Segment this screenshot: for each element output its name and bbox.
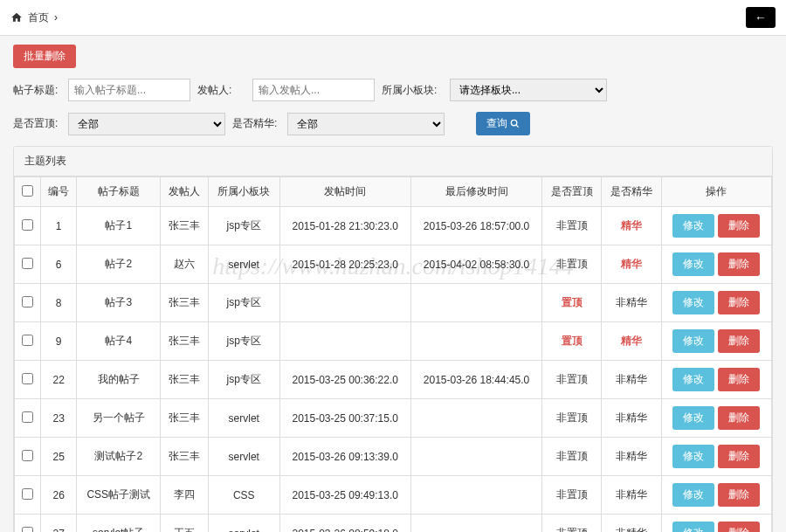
cell-title: 帖子1	[77, 207, 161, 245]
cell-top: 非置顶	[542, 361, 602, 399]
cell-title: 另一个帖子	[77, 399, 161, 438]
cell-id: 22	[41, 361, 77, 399]
table-row: 8 帖子3 张三丰 jsp专区 置顶 非精华 修改 删除	[15, 284, 772, 322]
cell-title: 我的帖子	[77, 361, 161, 399]
cell-post-time: 2015-03-26 09:13:39.0	[279, 438, 410, 476]
row-checkbox[interactable]	[22, 488, 33, 500]
delete-button[interactable]: 删除	[718, 214, 760, 238]
cell-top: 非置顶	[542, 245, 602, 284]
row-checkbox[interactable]	[22, 219, 33, 231]
cell-board: jsp专区	[208, 284, 279, 322]
delete-button[interactable]: 删除	[718, 291, 760, 314]
table-row: 25 测试帖子2 张三丰 servlet 2015-03-26 09:13:39…	[15, 438, 772, 476]
cell-modify-time: 2015-03-26 18:57:00.0	[410, 207, 541, 245]
cell-modify-time: 2015-03-26 18:44:45.0	[410, 361, 541, 399]
col-modify-time: 最后修改时间	[410, 177, 541, 207]
home-icon	[10, 11, 23, 24]
delete-button[interactable]: 删除	[718, 329, 760, 353]
batch-delete-button[interactable]: 批量删除	[13, 45, 76, 68]
row-checkbox[interactable]	[22, 411, 33, 423]
cell-title: 帖子3	[77, 284, 161, 322]
cell-poster: 张三丰	[161, 399, 209, 438]
edit-button[interactable]: 修改	[672, 291, 714, 314]
cell-poster: 李四	[161, 476, 209, 515]
cell-post-time	[279, 322, 410, 361]
edit-button[interactable]: 修改	[672, 368, 714, 391]
cell-poster: 张三丰	[161, 207, 209, 245]
filter-top-label: 是否置顶:	[13, 116, 61, 131]
edit-button[interactable]: 修改	[672, 522, 714, 532]
col-ops: 操作	[661, 177, 771, 207]
edit-button[interactable]: 修改	[672, 252, 714, 276]
breadcrumb-home-link[interactable]: 首页	[28, 10, 49, 25]
cell-title: servlet帖子	[77, 515, 161, 533]
edit-button[interactable]: 修改	[672, 483, 714, 507]
delete-button[interactable]: 删除	[718, 522, 760, 532]
row-checkbox[interactable]	[22, 296, 33, 307]
cell-essence: 非精华	[602, 438, 661, 476]
cell-id: 27	[41, 515, 77, 533]
board-select[interactable]: 请选择板块...	[450, 79, 607, 101]
delete-button[interactable]: 删除	[718, 368, 760, 391]
query-button[interactable]: 查询	[476, 112, 530, 135]
cell-essence: 精华	[602, 245, 661, 284]
delete-button[interactable]: 删除	[718, 252, 760, 276]
table-row: 1 帖子1 张三丰 jsp专区 2015-01-28 21:30:23.0 20…	[15, 207, 772, 245]
table-header-row: 编号 帖子标题 发帖人 所属小板块 发帖时间 最后修改时间 是否置顶 是否精华 …	[15, 177, 772, 207]
cell-title: 帖子2	[77, 245, 161, 284]
cell-essence: 非精华	[602, 476, 661, 515]
top-select[interactable]: 全部	[68, 113, 225, 135]
cell-board: jsp专区	[208, 207, 279, 245]
filter-title-label: 帖子标题:	[13, 83, 61, 98]
delete-button[interactable]: 删除	[718, 483, 760, 507]
table-row: 6 帖子2 赵六 servlet 2015-01-28 20:25:23.0 2…	[15, 245, 772, 284]
title-input[interactable]	[68, 79, 190, 101]
back-button[interactable]: ←	[746, 7, 776, 28]
poster-input[interactable]	[252, 79, 375, 101]
cell-top: 置顶	[542, 322, 602, 361]
cell-top: 非置顶	[542, 476, 602, 515]
row-checkbox[interactable]	[22, 450, 33, 461]
cell-id: 1	[41, 207, 77, 245]
cell-title: 测试帖子2	[77, 438, 161, 476]
cell-top: 置顶	[542, 284, 602, 322]
cell-top: 非置顶	[542, 207, 602, 245]
delete-button[interactable]: 删除	[718, 445, 760, 468]
col-board: 所属小板块	[208, 177, 279, 207]
edit-button[interactable]: 修改	[672, 406, 714, 430]
cell-board: CSS	[208, 476, 279, 515]
svg-line-1	[516, 125, 519, 128]
cell-board: servlet	[208, 245, 279, 284]
cell-poster: 张三丰	[161, 438, 209, 476]
delete-button[interactable]: 删除	[718, 406, 760, 430]
row-checkbox[interactable]	[22, 527, 33, 533]
row-checkbox[interactable]	[22, 258, 33, 269]
edit-button[interactable]: 修改	[672, 445, 714, 468]
cell-modify-time: 2015-04-02 08:58:30.0	[410, 245, 541, 284]
filter-row-1: 帖子标题: 发帖人: 所属小板块: 请选择板块...	[13, 79, 773, 101]
cell-post-time: 2015-03-25 00:37:15.0	[279, 399, 410, 438]
table-row: 26 CSS帖子测试 李四 CSS 2015-03-25 09:49:13.0 …	[15, 476, 772, 515]
col-post-time: 发帖时间	[279, 177, 410, 207]
cell-top: 非置顶	[542, 438, 602, 476]
cell-poster: 张三丰	[161, 322, 209, 361]
cell-post-time	[279, 284, 410, 322]
cell-post-time: 2015-03-26 08:59:18.0	[279, 515, 410, 533]
table-row: 22 我的帖子 张三丰 jsp专区 2015-03-25 00:36:22.0 …	[15, 361, 772, 399]
select-all-checkbox[interactable]	[22, 185, 33, 197]
edit-button[interactable]: 修改	[672, 329, 714, 353]
essence-select[interactable]: 全部	[287, 113, 445, 135]
table-row: 27 servlet帖子 王五 servlet 2015-03-26 08:59…	[15, 515, 772, 533]
topic-list-panel: 主题列表 编号 帖子标题 发帖人 所属小板块 发帖时间 最后修改时间 是否置顶 …	[13, 146, 773, 532]
row-checkbox[interactable]	[22, 373, 33, 384]
cell-post-time: 2015-03-25 00:36:22.0	[279, 361, 410, 399]
row-checkbox[interactable]	[22, 335, 33, 346]
cell-modify-time	[410, 515, 541, 533]
cell-id: 8	[41, 284, 77, 322]
cell-essence: 非精华	[602, 515, 661, 533]
cell-id: 9	[41, 322, 77, 361]
col-title: 帖子标题	[77, 177, 161, 207]
cell-poster: 王五	[161, 515, 209, 533]
cell-board: jsp专区	[208, 361, 279, 399]
edit-button[interactable]: 修改	[672, 214, 714, 238]
